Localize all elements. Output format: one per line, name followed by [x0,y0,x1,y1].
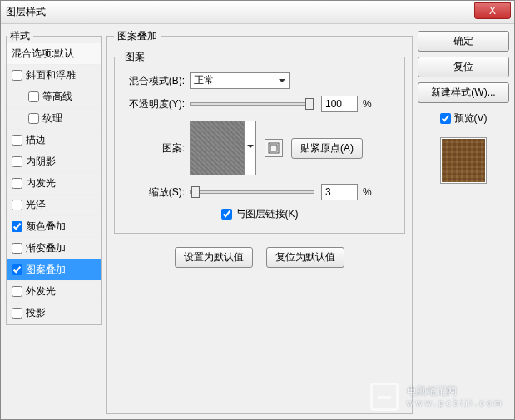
style-item[interactable]: 图案叠加 [7,259,101,281]
blend-mode-select[interactable]: 正常 [190,72,290,89]
titlebar: 图层样式 X [1,1,514,24]
preview-label: 预览(V) [454,111,488,126]
new-style-button[interactable]: 新建样式(W)... [418,82,509,103]
style-checkbox[interactable] [12,200,22,210]
style-item-label: 纹理 [42,111,62,126]
style-item-label: 等高线 [42,90,72,104]
pattern-dropdown-icon[interactable] [244,121,255,175]
reset-default-button[interactable]: 复位为默认值 [266,247,344,268]
ok-button[interactable]: 确定 [418,31,509,52]
pattern-swatch [191,121,244,175]
layer-style-dialog: 图层样式 X 样式 混合选项:默认 斜面和浮雕等高线纹理描边内阴影内发光光泽颜色… [0,0,515,420]
reset-button[interactable]: 复位 [418,57,509,77]
style-item-label: 投影 [26,306,46,320]
blend-options-header[interactable]: 混合选项:默认 [7,43,101,65]
style-checkbox[interactable] [28,91,39,102]
style-checkbox[interactable] [12,243,22,254]
options-legend: 图案叠加 [114,29,161,43]
snap-origin-button[interactable]: 贴紧原点(A) [291,138,363,159]
opacity-input[interactable] [321,96,358,112]
style-item[interactable]: 投影 [7,303,101,324]
style-item[interactable]: 描边 [7,130,101,151]
style-item-label: 图案叠加 [26,263,66,277]
svg-rect-1 [270,145,277,151]
scale-slider[interactable] [190,190,314,194]
new-preset-button[interactable] [265,139,283,157]
style-item[interactable]: 外发光 [7,281,101,303]
preview-checkbox[interactable] [440,113,451,124]
scale-label: 缩放(S): [121,185,185,200]
link-with-layer-checkbox[interactable] [221,209,232,220]
style-item-label: 内阴影 [26,155,56,169]
style-item-label: 内发光 [26,176,56,190]
style-checkbox[interactable] [12,308,22,319]
style-checkbox[interactable] [12,286,22,297]
action-panel: 确定 复位 新建样式(W)... 预览(V) [418,29,509,414]
style-checkbox[interactable] [12,178,22,189]
style-checkbox[interactable] [28,113,39,124]
pattern-picker[interactable] [190,121,256,175]
blend-mode-label: 混合模式(B): [121,74,185,88]
style-item-label: 描边 [26,133,46,147]
style-item[interactable]: 光泽 [7,195,101,216]
pattern-label: 图案: [121,141,185,156]
style-item[interactable]: 内阴影 [7,151,101,173]
style-checkbox[interactable] [12,156,22,167]
style-item[interactable]: 内发光 [7,173,101,195]
style-item[interactable]: 渐变叠加 [7,238,101,259]
style-item[interactable]: 斜面和浮雕 [7,65,101,86]
opacity-unit: % [363,98,372,110]
style-checkbox[interactable] [12,135,22,146]
styles-panel: 样式 混合选项:默认 斜面和浮雕等高线纹理描边内阴影内发光光泽颜色叠加渐变叠加图… [6,29,102,414]
scale-unit: % [363,186,372,198]
style-checkbox[interactable] [12,264,22,275]
dialog-title: 图层样式 [6,5,46,19]
scale-input[interactable] [321,184,358,200]
style-item[interactable]: 颜色叠加 [7,216,101,238]
style-item-label: 光泽 [26,198,46,212]
options-panel: 图案叠加 图案 混合模式(B): 正常 不透明度(Y): % 图案: [106,29,413,414]
pattern-legend: 图案 [121,50,148,64]
preview-swatch [440,137,487,184]
style-item-label: 外发光 [26,284,56,299]
style-item-label: 颜色叠加 [26,220,66,234]
style-item[interactable]: 等高线 [7,86,101,108]
style-checkbox[interactable] [12,221,22,232]
make-default-button[interactable]: 设置为默认值 [175,247,253,268]
close-button[interactable]: X [474,2,511,19]
opacity-label: 不透明度(Y): [121,97,185,111]
link-with-layer-label: 与图层链接(K) [235,207,299,221]
style-item[interactable]: 纹理 [7,108,101,130]
style-item-label: 斜面和浮雕 [26,68,76,82]
opacity-slider[interactable] [190,102,314,106]
style-checkbox[interactable] [12,70,22,81]
styles-legend: 样式 [7,29,33,43]
style-item-label: 渐变叠加 [26,241,66,255]
